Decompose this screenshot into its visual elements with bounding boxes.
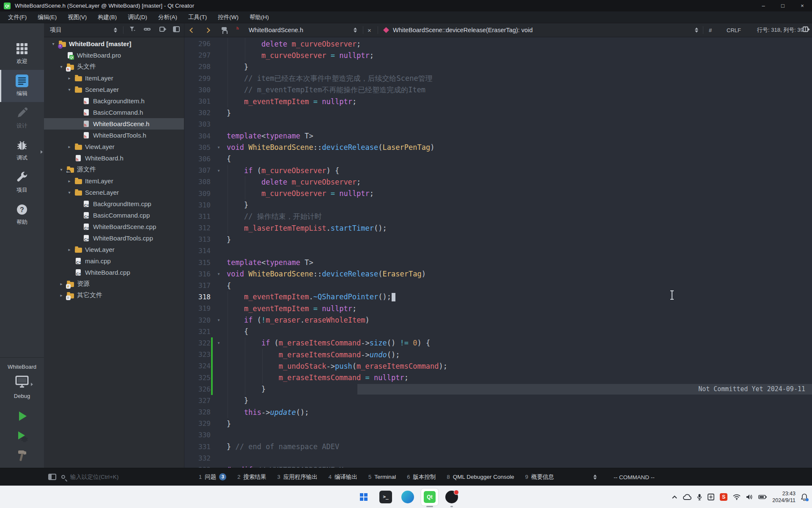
menu-item[interactable]: 控件(W) bbox=[212, 14, 244, 21]
split-editor-icon[interactable] bbox=[803, 26, 810, 34]
close-button[interactable]: × bbox=[793, 0, 812, 11]
notification-app-icon[interactable] bbox=[443, 489, 460, 505]
volume-icon[interactable] bbox=[746, 494, 753, 500]
output-pane-button[interactable]: 1问题3 bbox=[199, 473, 226, 481]
fold-marker-icon[interactable]: ▾ bbox=[213, 168, 224, 174]
fold-marker-icon[interactable]: ▾ bbox=[213, 271, 224, 277]
code-line[interactable]: 309 m_curveObserver = nullptr; bbox=[184, 188, 812, 199]
output-pane-button[interactable]: 6版本控制 bbox=[407, 473, 436, 481]
menu-item[interactable]: 编辑(E) bbox=[32, 14, 62, 21]
open-document-tab[interactable]: WhiteBoardScene.h bbox=[249, 27, 303, 33]
output-pane-button[interactable]: 2搜索结果 bbox=[237, 473, 266, 481]
tree-item[interactable]: QtWhiteBoard.pro bbox=[44, 50, 184, 61]
code-line[interactable]: 298 } bbox=[184, 61, 812, 72]
microphone-icon[interactable] bbox=[697, 494, 702, 500]
tree-expander-icon[interactable]: ▾ bbox=[58, 167, 65, 172]
locator-input[interactable]: 输入以定位(Ctrl+K) bbox=[70, 473, 118, 481]
tree-item[interactable]: ▸ViewLayer bbox=[44, 244, 184, 255]
ime-indicator-icon[interactable] bbox=[708, 494, 714, 500]
code-line[interactable]: 320▾ if (!m_eraser.eraseWholeItem) bbox=[184, 315, 812, 326]
code-line[interactable]: 308 delete m_curveObserver; bbox=[184, 176, 812, 188]
menu-item[interactable]: 文件(F) bbox=[3, 14, 32, 21]
kit-flyout-arrow-icon[interactable] bbox=[31, 383, 33, 386]
code-editor[interactable]: 296 delete m_curveObserver;297 m_curveOb… bbox=[184, 37, 812, 468]
symbol-dropdown-icon[interactable] bbox=[695, 28, 698, 33]
start-button[interactable] bbox=[355, 489, 372, 505]
taskbar-clock[interactable]: 23:43 2024/9/11 bbox=[772, 490, 796, 504]
code-line[interactable]: 310 } bbox=[184, 199, 812, 211]
code-line[interactable]: 307▾ if (m_curveObserver) { bbox=[184, 165, 812, 176]
tree-expander-icon[interactable]: ▾ bbox=[58, 64, 65, 69]
pane-selector-dropdown-icon[interactable] bbox=[114, 28, 117, 33]
code-line[interactable]: 312 m_laserItemTempList.startTimer(); bbox=[184, 222, 812, 234]
tree-item[interactable]: ▸#资源 bbox=[44, 278, 184, 290]
link-with-editor-icon[interactable] bbox=[144, 26, 151, 34]
notification-bell-icon[interactable] bbox=[801, 494, 808, 501]
code-line[interactable]: 323 m_eraseItemsCommand->undo(); bbox=[184, 349, 812, 360]
tree-item[interactable]: ▾*WhiteBoard [master] bbox=[44, 38, 184, 50]
code-line[interactable]: 300 // m_eventTempItem不再能操作已经塑造完成的Item bbox=[184, 84, 812, 96]
wifi-icon[interactable] bbox=[733, 494, 741, 500]
code-line[interactable]: 316▾void WhiteBoardScene::deviceRelease(… bbox=[184, 268, 812, 280]
code-line[interactable]: 313} bbox=[184, 234, 812, 245]
tree-item[interactable]: ▾SceneLayer bbox=[44, 84, 184, 95]
code-line[interactable]: 302} bbox=[184, 107, 812, 119]
mode-edit[interactable]: 编辑 bbox=[0, 70, 44, 102]
menu-item[interactable]: 工具(T) bbox=[183, 14, 212, 21]
build-hammer-button[interactable] bbox=[15, 449, 29, 464]
tree-item[interactable]: hWhiteBoard.h bbox=[44, 152, 184, 164]
qt-creator-taskbar-icon[interactable]: Qt bbox=[421, 489, 438, 505]
code-line[interactable]: 333#endif // WHITEBOARDSCENE_H bbox=[184, 464, 812, 468]
fold-marker-icon[interactable]: ▾ bbox=[213, 317, 224, 323]
code-line[interactable]: 296 delete m_curveObserver; bbox=[184, 38, 812, 50]
mode-debug[interactable]: 调试 bbox=[0, 134, 44, 166]
code-line[interactable]: 322▾ if (m_eraseItemsCommand->size() != … bbox=[184, 337, 812, 349]
menu-item[interactable]: 构建(B) bbox=[92, 14, 122, 21]
code-line[interactable]: 311 // 操作结束，开始计时 bbox=[184, 211, 812, 222]
code-line[interactable]: 326 }Not Committed Yet 2024-09-11 bbox=[184, 384, 812, 395]
code-line[interactable]: 299 // item已经在本次事件中塑造完成，后续交给Scene管理 bbox=[184, 73, 812, 84]
output-pane-button[interactable]: 3应用程序输出 bbox=[277, 473, 317, 481]
mode-welcome[interactable]: 欢迎 bbox=[0, 38, 44, 70]
code-line[interactable]: 314 bbox=[184, 245, 812, 257]
build-target-monitor-icon[interactable] bbox=[14, 375, 30, 390]
code-line[interactable]: 303 bbox=[184, 119, 812, 130]
code-line[interactable]: 306{ bbox=[184, 153, 812, 165]
current-symbol[interactable]: WhiteBoardScene::deviceRelease(EraserTag… bbox=[393, 27, 532, 33]
debug-run-button[interactable] bbox=[15, 430, 29, 445]
code-line[interactable]: 328 this->update(); bbox=[184, 406, 812, 418]
tree-item[interactable]: ▸ViewLayer bbox=[44, 141, 184, 152]
output-pane-button[interactable]: 5Terminal bbox=[368, 474, 396, 480]
mode-help[interactable]: ? 帮助 bbox=[0, 199, 44, 231]
output-pane-button[interactable]: 4编译输出 bbox=[329, 473, 357, 481]
tree-expander-icon[interactable]: ▸ bbox=[58, 293, 65, 298]
battery-icon[interactable] bbox=[758, 494, 767, 500]
tree-item[interactable]: hWhiteBoardTools.h bbox=[44, 130, 184, 141]
tree-expander-icon[interactable]: ▸ bbox=[66, 76, 73, 80]
code-line[interactable]: 330 bbox=[184, 429, 812, 441]
code-line[interactable]: 315template<typename T> bbox=[184, 257, 812, 268]
code-line[interactable]: 317{ bbox=[184, 280, 812, 291]
tree-item[interactable]: C+WhiteBoard.cpp bbox=[44, 267, 184, 278]
code-line[interactable]: 332 bbox=[184, 453, 812, 464]
toggle-left-sidebar-icon[interactable] bbox=[48, 474, 56, 480]
tree-item[interactable]: ▸ItemLayer bbox=[44, 175, 184, 187]
onedrive-cloud-icon[interactable] bbox=[683, 494, 691, 500]
tree-expander-icon[interactable]: ▸ bbox=[58, 282, 65, 286]
project-pane-title[interactable]: 项目 bbox=[50, 26, 62, 34]
menu-item[interactable]: 帮助(H) bbox=[244, 14, 274, 21]
output-pane-button[interactable]: 8QML Debugger Console bbox=[447, 474, 514, 480]
tree-expander-icon[interactable]: ▾ bbox=[50, 41, 57, 46]
code-line[interactable]: 325 m_eraseItemsCommand = nullptr; bbox=[184, 372, 812, 383]
menu-item[interactable]: 调试(D) bbox=[122, 14, 153, 21]
mode-projects[interactable]: 项目 bbox=[0, 166, 44, 199]
filter-icon[interactable] bbox=[129, 26, 136, 34]
tree-item[interactable]: C+WhiteBoardTools.cpp bbox=[44, 232, 184, 244]
tree-item[interactable]: C+BasicCommand.cpp bbox=[44, 210, 184, 221]
tree-item[interactable]: ▾SceneLayer bbox=[44, 187, 184, 198]
tree-item[interactable]: ▾h头文件 bbox=[44, 61, 184, 72]
code-line[interactable]: 321 { bbox=[184, 326, 812, 337]
code-line[interactable]: 331} // end of namespace ADEV bbox=[184, 441, 812, 453]
run-button[interactable] bbox=[15, 409, 29, 425]
go-back-icon[interactable] bbox=[190, 26, 194, 34]
